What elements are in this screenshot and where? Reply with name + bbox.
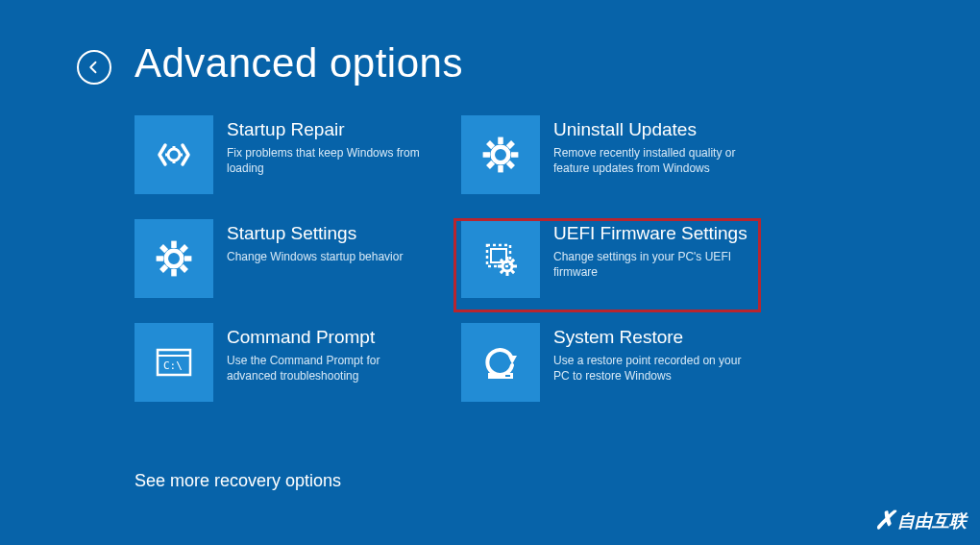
tile-desc: Change Windows startup behavior [227,249,403,264]
svg-rect-17 [157,256,163,261]
startup-repair-icon [135,115,213,194]
svg-rect-2 [173,160,176,163]
svg-rect-27 [506,272,509,276]
watermark-text: 自由互联 [897,509,967,533]
tile-title: Command Prompt [227,327,425,349]
chip-gear-icon [461,219,540,298]
watermark-x-icon: ✗ [874,506,895,535]
tile-desc: Use the Command Prompt for advanced trou… [227,353,425,384]
svg-rect-15 [171,241,177,248]
watermark: ✗ 自由互联 [874,506,967,535]
svg-rect-29 [513,265,517,268]
tile-uninstall-updates[interactable]: Uninstall Updates Remove recently instal… [461,115,778,194]
tile-text: Uninstall Updates Remove recently instal… [540,115,751,176]
svg-point-0 [168,149,180,161]
svg-rect-16 [171,269,177,276]
back-button[interactable] [77,50,111,85]
options-grid: Startup Repair Fix problems that keep Wi… [135,115,778,402]
svg-rect-26 [506,257,509,260]
svg-rect-24 [491,249,506,262]
svg-rect-9 [511,152,518,158]
tile-desc: Use a restore point recorded on your PC … [553,353,751,384]
restore-icon [461,323,540,402]
arrow-left-icon [86,59,103,76]
see-more-link[interactable]: See more recovery options [135,471,341,491]
svg-rect-7 [498,165,503,172]
tile-desc: Remove recently installed quality or fea… [553,145,751,176]
header: Advanced options [77,40,463,87]
svg-rect-3 [165,154,169,157]
tile-uefi-firmware[interactable]: UEFI Firmware Settings Change settings i… [461,219,778,298]
svg-rect-8 [483,152,490,158]
tile-system-restore[interactable]: System Restore Use a restore point recor… [461,323,778,402]
tile-title: System Restore [553,327,751,349]
svg-rect-1 [173,146,176,150]
page-title: Advanced options [135,40,463,87]
tile-text: Command Prompt Use the Command Prompt fo… [213,323,425,384]
tile-title: Startup Settings [227,223,403,245]
tile-text: UEFI Firmware Settings Change settings i… [540,219,751,280]
svg-point-5 [493,147,509,163]
svg-marker-37 [508,356,517,364]
svg-rect-28 [498,265,502,268]
svg-rect-39 [505,375,510,377]
svg-point-14 [166,251,183,267]
tile-text: Startup Settings Change Windows startup … [213,219,403,264]
tile-title: UEFI Firmware Settings [553,223,751,245]
tile-desc: Fix problems that keep Windows from load… [227,145,425,176]
svg-rect-18 [184,256,191,261]
tile-text: Startup Repair Fix problems that keep Wi… [213,115,425,176]
tile-command-prompt[interactable]: C:\ Command Prompt Use the Command Promp… [135,323,452,402]
tile-title: Startup Repair [227,119,425,141]
svg-rect-4 [179,154,183,157]
svg-text:C:\: C:\ [163,359,183,372]
gear-icon [461,115,540,194]
tile-text: System Restore Use a restore point recor… [540,323,751,384]
svg-rect-6 [498,137,503,144]
tile-title: Uninstall Updates [553,119,751,141]
gear-icon [135,219,213,298]
tile-startup-settings[interactable]: Startup Settings Change Windows startup … [135,219,452,298]
command-prompt-icon: C:\ [135,323,213,402]
tile-startup-repair[interactable]: Startup Repair Fix problems that keep Wi… [135,115,452,194]
tile-desc: Change settings in your PC's UEFI firmwa… [553,249,751,280]
